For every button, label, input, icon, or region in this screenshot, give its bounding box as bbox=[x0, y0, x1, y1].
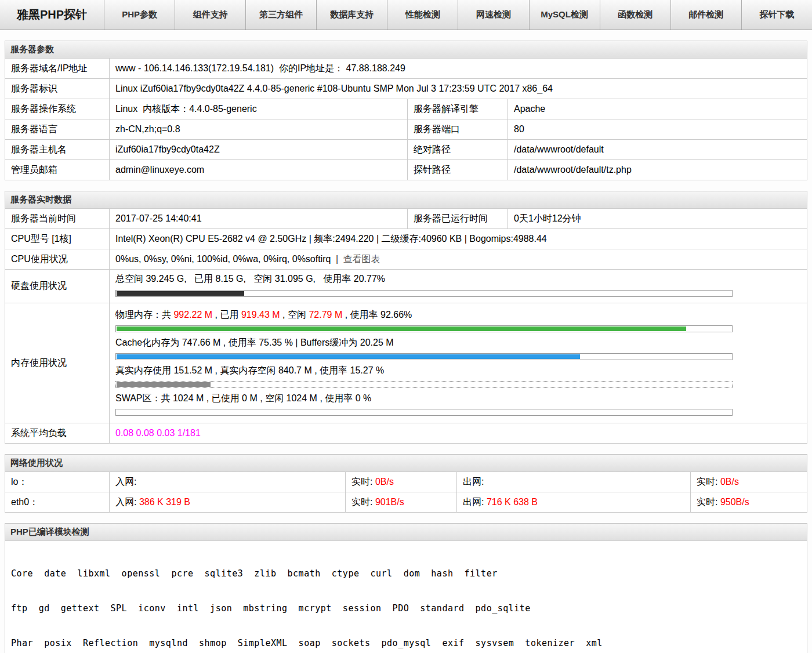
brand-title[interactable]: 雅黑PHP探针 bbox=[0, 0, 104, 30]
tab-netspeed[interactable]: 网速检测 bbox=[458, 0, 529, 30]
tab-components[interactable]: 组件支持 bbox=[175, 0, 246, 30]
network-row-eth0: eth0： 入网: 386 K 319 B 实时: 901B/s 出网: 716… bbox=[5, 492, 807, 513]
memory-swap-text: SWAP区：共 1024 M , 已使用 0 M , 空闲 1024 M , 使… bbox=[115, 391, 801, 405]
server-adminmail-label: 管理员邮箱 bbox=[5, 160, 110, 180]
server-os-label: 服务器操作系统 bbox=[5, 99, 110, 119]
server-port-label: 服务器端口 bbox=[408, 119, 508, 140]
iface-in-cell: 入网: bbox=[110, 472, 346, 492]
memory-real-bar bbox=[115, 381, 733, 388]
server-adminmail-value: admin@linuxeye.com bbox=[110, 160, 408, 180]
modules-line: Phar posix Reflection mysqlnd shmop Simp… bbox=[11, 637, 801, 649]
disk-usage-text: 总空间 39.245 G, 已用 8.15 G, 空闲 31.095 G, 使用… bbox=[115, 273, 801, 285]
server-domain-value: www - 106.14.146.133(172.19.54.181) 你的IP… bbox=[110, 59, 807, 79]
uptime-label: 服务器已运行时间 bbox=[408, 209, 508, 229]
table-row: 系统平均负载 0.08 0.08 0.03 1/181 bbox=[5, 423, 807, 444]
memory-usage-cell: 物理内存：共 992.22 M , 已用 919.43 M , 空闲 72.79… bbox=[110, 303, 807, 423]
out-value: 716 K 638 B bbox=[487, 497, 538, 507]
section-title-network: 网络使用状况 bbox=[5, 454, 807, 472]
iface-in-rt-cell: 实时: 0B/s bbox=[346, 472, 457, 492]
tab-mail[interactable]: 邮件检测 bbox=[671, 0, 742, 30]
server-port-value: 80 bbox=[508, 119, 807, 140]
tab-thirdparty[interactable]: 第三方组件 bbox=[246, 0, 317, 30]
memory-physical-part: , 使用率 92.66% bbox=[342, 310, 412, 320]
in-rt-value: 0B/s bbox=[375, 477, 394, 487]
network-row-lo: lo： 入网: 实时: 0B/s 出网: 实时: 0B/s bbox=[5, 472, 807, 492]
server-hostname-value: iZuf60ia17fby9cdy0ta42Z bbox=[110, 140, 408, 160]
iface-label: lo： bbox=[5, 472, 110, 492]
iface-out-rt-cell: 实时: 950B/s bbox=[691, 492, 807, 513]
server-lang-label: 服务器语言 bbox=[5, 119, 110, 140]
tab-functions[interactable]: 函数检测 bbox=[600, 0, 671, 30]
modules-list: Core date libxml openssl pcre sqlite3 zl… bbox=[5, 540, 807, 653]
disk-usage-bar-fill bbox=[117, 291, 244, 296]
server-params-table: 服务器域名/IP地址 www - 106.14.146.133(172.19.5… bbox=[5, 58, 807, 180]
cpu-usage-value: 0%us, 0%sy, 0%ni, 100%id, 0%wa, 0%irq, 0… bbox=[115, 254, 331, 264]
memory-real-bar-fill bbox=[117, 382, 211, 387]
table-row: 硬盘使用状况 总空间 39.245 G, 已用 8.15 G, 空闲 31.09… bbox=[5, 270, 807, 303]
disk-usage-bar bbox=[115, 290, 733, 297]
tab-performance[interactable]: 性能检测 bbox=[387, 0, 458, 30]
disk-usage-label: 硬盘使用状况 bbox=[5, 270, 110, 303]
cpu-usage-label: CPU使用状况 bbox=[5, 249, 110, 270]
load-average-label: 系统平均负载 bbox=[5, 423, 110, 444]
server-time-label: 服务器当前时间 bbox=[5, 209, 110, 229]
tab-php-params[interactable]: PHP参数 bbox=[104, 0, 175, 30]
table-row: 服务器当前时间 2017-07-25 14:40:41 服务器已运行时间 0天1… bbox=[5, 209, 807, 229]
view-chart-link[interactable]: 查看图表 bbox=[343, 254, 380, 264]
in-rt-value: 901B/s bbox=[375, 497, 404, 507]
server-domain-label: 服务器域名/IP地址 bbox=[5, 59, 110, 79]
server-probepath-value: /data/wwwroot/default/tz.php bbox=[508, 160, 807, 180]
server-time-value: 2017-07-25 14:40:41 bbox=[110, 209, 408, 229]
memory-cache-bar-fill bbox=[117, 354, 580, 359]
tab-database[interactable]: 数据库支持 bbox=[317, 0, 387, 30]
out-label: 出网: bbox=[463, 477, 484, 487]
memory-physical-text: 物理内存：共 992.22 M , 已用 919.43 M , 空闲 72.79… bbox=[115, 308, 801, 322]
table-row: 内存使用状况 物理内存：共 992.22 M , 已用 919.43 M , 空… bbox=[5, 303, 807, 423]
table-row: 服务器操作系统 Linux 内核版本：4.4.0-85-generic 服务器解… bbox=[5, 99, 807, 119]
server-engine-value: Apache bbox=[508, 99, 807, 119]
server-probepath-label: 探针路径 bbox=[408, 160, 508, 180]
memory-cache-bar bbox=[115, 353, 733, 360]
memory-real-text: 真实内存使用 151.52 M , 真实内存空闲 840.7 M , 使用率 1… bbox=[115, 364, 801, 378]
section-title-modules: PHP已编译模块检测 bbox=[5, 523, 807, 541]
in-label: 入网: bbox=[115, 497, 136, 507]
iface-out-rt-cell: 实时: 0B/s bbox=[691, 472, 807, 492]
memory-usage-label: 内存使用状况 bbox=[5, 303, 110, 423]
iface-out-cell: 出网: bbox=[457, 472, 691, 492]
in-label: 入网: bbox=[115, 477, 136, 487]
cpu-usage-cell: 0%us, 0%sy, 0%ni, 100%id, 0%wa, 0%irq, 0… bbox=[110, 249, 807, 270]
iface-in-rt-cell: 实时: 901B/s bbox=[346, 492, 457, 513]
tab-download[interactable]: 探针下载 bbox=[742, 0, 812, 30]
modules-line: Core date libxml openssl pcre sqlite3 zl… bbox=[11, 568, 801, 579]
cpu-usage-separator: | bbox=[334, 254, 340, 264]
modules-line: ftp gd gettext SPL iconv intl json mbstr… bbox=[11, 603, 801, 614]
load-average-value: 0.08 0.08 0.03 1/181 bbox=[110, 423, 807, 444]
out-rt-label: 实时: bbox=[697, 497, 717, 507]
in-value: 386 K 319 B bbox=[139, 497, 190, 507]
memory-physical-part: 物理内存：共 bbox=[115, 310, 173, 320]
out-label: 出网: bbox=[463, 497, 484, 507]
server-abspath-value: /data/wwwroot/default bbox=[508, 140, 807, 160]
tab-mysql[interactable]: MySQL检测 bbox=[530, 0, 600, 30]
cpu-model-label: CPU型号 [1核] bbox=[5, 229, 110, 249]
section-title-server-params: 服务器参数 bbox=[5, 41, 807, 59]
memory-physical-bar-fill bbox=[117, 326, 686, 331]
server-hostname-label: 服务器主机名 bbox=[5, 140, 110, 160]
server-abspath-label: 绝对路径 bbox=[408, 140, 508, 160]
memory-physical-free: 72.79 M bbox=[309, 310, 342, 320]
server-lang-value: zh-CN,zh;q=0.8 bbox=[110, 119, 408, 140]
memory-swap-bar bbox=[115, 409, 733, 416]
iface-label: eth0： bbox=[5, 492, 110, 513]
table-row: CPU型号 [1核] Intel(R) Xeon(R) CPU E5-2682 … bbox=[5, 229, 807, 249]
table-row: 服务器标识 Linux iZuf60ia17fby9cdy0ta42Z 4.4.… bbox=[5, 79, 807, 99]
network-table: lo： 入网: 实时: 0B/s 出网: 实时: 0B/s eth0： 入网: bbox=[5, 471, 807, 513]
realtime-table: 服务器当前时间 2017-07-25 14:40:41 服务器已运行时间 0天1… bbox=[5, 208, 807, 444]
out-rt-value: 0B/s bbox=[720, 477, 739, 487]
memory-cache-text: Cache化内存为 747.66 M , 使用率 75.35 % | Buffe… bbox=[115, 336, 801, 350]
memory-physical-part: , 已用 bbox=[212, 310, 241, 320]
cpu-model-value: Intel(R) Xeon(R) CPU E5-2682 v4 @ 2.50GH… bbox=[110, 229, 807, 249]
server-ident-label: 服务器标识 bbox=[5, 79, 110, 99]
memory-physical-bar bbox=[115, 325, 733, 332]
disk-usage-cell: 总空间 39.245 G, 已用 8.15 G, 空闲 31.095 G, 使用… bbox=[110, 270, 807, 303]
table-row: 服务器主机名 iZuf60ia17fby9cdy0ta42Z 绝对路径 /dat… bbox=[5, 140, 807, 160]
